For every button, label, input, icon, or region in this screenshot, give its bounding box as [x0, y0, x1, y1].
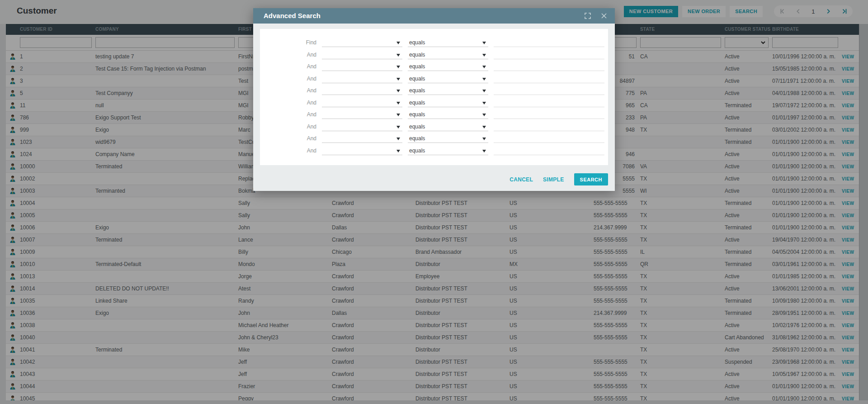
- dropdown-arrow-icon: [396, 42, 400, 44]
- criteria-row: And equals: [260, 121, 608, 133]
- criteria-value-input[interactable]: [494, 74, 604, 83]
- criteria-row: And equals: [260, 109, 608, 121]
- dropdown-arrow-icon: [482, 78, 486, 81]
- condition-select-value: equals: [409, 135, 425, 142]
- dialog-footer: CANCEL SIMPLE SEARCH: [509, 173, 608, 185]
- criteria-label: And: [260, 147, 316, 154]
- dropdown-arrow-icon: [396, 54, 400, 57]
- dropdown-arrow-icon: [482, 138, 486, 140]
- criteria-row: And equals: [260, 85, 608, 97]
- dropdown-arrow-icon: [482, 150, 486, 152]
- criteria-value-input[interactable]: [494, 122, 604, 131]
- criteria-value-input[interactable]: [494, 134, 604, 143]
- field-select[interactable]: [322, 86, 402, 95]
- condition-select-value: equals: [409, 147, 425, 154]
- criteria-value-input[interactable]: [494, 98, 604, 107]
- field-select[interactable]: [322, 62, 402, 71]
- dropdown-arrow-icon: [396, 102, 400, 105]
- condition-select[interactable]: equals: [408, 86, 488, 95]
- dialog-header[interactable]: Advanced Search: [253, 8, 615, 24]
- criteria-row: And equals: [260, 145, 608, 157]
- criteria-label: And: [260, 124, 316, 130]
- criteria-label: And: [260, 76, 316, 82]
- condition-select[interactable]: equals: [408, 98, 488, 107]
- condition-select[interactable]: equals: [408, 62, 488, 71]
- field-select[interactable]: [322, 122, 402, 131]
- criteria-value-input[interactable]: [494, 50, 604, 59]
- advanced-search-dialog: Advanced Search Find equals And equals: [253, 8, 615, 191]
- criteria-value-input[interactable]: [494, 62, 604, 71]
- dropdown-arrow-icon: [396, 138, 400, 140]
- dropdown-arrow-icon: [396, 126, 400, 128]
- criteria-label: And: [260, 87, 316, 94]
- criteria-label: And: [260, 63, 316, 70]
- expand-icon[interactable]: [584, 12, 591, 19]
- condition-select[interactable]: equals: [408, 146, 488, 155]
- criteria-value-input[interactable]: [494, 146, 604, 155]
- dropdown-arrow-icon: [482, 114, 486, 116]
- criteria-row: And equals: [260, 61, 608, 73]
- dropdown-arrow-icon: [396, 78, 400, 81]
- criteria-row: And equals: [260, 49, 608, 61]
- condition-select[interactable]: equals: [408, 50, 488, 59]
- condition-select-value: equals: [409, 87, 425, 94]
- dropdown-arrow-icon: [482, 66, 486, 68]
- criteria-value-input[interactable]: [494, 86, 604, 95]
- dropdown-arrow-icon: [396, 150, 400, 152]
- dropdown-arrow-icon: [482, 42, 486, 44]
- field-select[interactable]: [322, 110, 402, 119]
- condition-select-value: equals: [409, 111, 425, 118]
- criteria-row: And equals: [260, 133, 608, 145]
- field-select[interactable]: [322, 98, 402, 107]
- criteria-row: And equals: [260, 97, 608, 109]
- condition-select[interactable]: equals: [408, 134, 488, 143]
- condition-select-value: equals: [409, 39, 425, 46]
- dropdown-arrow-icon: [396, 90, 400, 92]
- modal-search-button[interactable]: SEARCH: [574, 173, 608, 185]
- dropdown-arrow-icon: [396, 114, 400, 116]
- dropdown-arrow-icon: [482, 90, 486, 92]
- criteria-label: And: [260, 135, 316, 142]
- field-select[interactable]: [322, 146, 402, 155]
- criteria-value-input[interactable]: [494, 38, 604, 47]
- dropdown-arrow-icon: [482, 126, 486, 128]
- field-select[interactable]: [322, 50, 402, 59]
- condition-select[interactable]: equals: [408, 38, 488, 47]
- simple-button[interactable]: SIMPLE: [543, 176, 564, 183]
- condition-select-value: equals: [409, 63, 425, 70]
- field-select[interactable]: [322, 38, 402, 47]
- criteria-value-input[interactable]: [494, 110, 604, 119]
- condition-select[interactable]: equals: [408, 122, 488, 131]
- close-icon[interactable]: [600, 12, 608, 19]
- criteria-row: Find equals: [260, 37, 608, 49]
- dropdown-arrow-icon: [482, 54, 486, 57]
- criteria-label: And: [260, 100, 316, 106]
- condition-select[interactable]: equals: [408, 110, 488, 119]
- criteria-row: And equals: [260, 73, 608, 85]
- criteria-panel: Find equals And equals And equals: [260, 29, 608, 165]
- condition-select-value: equals: [409, 52, 425, 58]
- field-select[interactable]: [322, 74, 402, 83]
- cancel-button[interactable]: CANCEL: [509, 176, 533, 183]
- dropdown-arrow-icon: [396, 66, 400, 68]
- condition-select-value: equals: [409, 76, 425, 82]
- criteria-label: And: [260, 52, 316, 58]
- condition-select[interactable]: equals: [408, 74, 488, 83]
- condition-select-value: equals: [409, 100, 425, 106]
- criteria-label: Find: [260, 39, 316, 46]
- field-select[interactable]: [322, 134, 402, 143]
- criteria-label: And: [260, 111, 316, 118]
- dialog-title: Advanced Search: [264, 12, 321, 19]
- condition-select-value: equals: [409, 124, 425, 130]
- dropdown-arrow-icon: [482, 102, 486, 105]
